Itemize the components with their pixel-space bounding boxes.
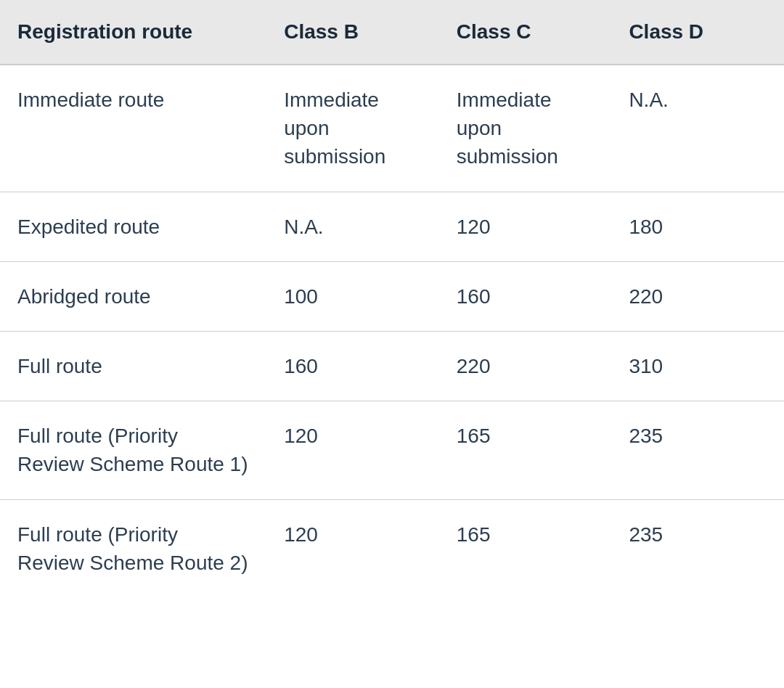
cell-row0-col0: Immediate route <box>0 65 266 192</box>
cell-row4-col2: 165 <box>439 401 612 499</box>
cell-row5-col1: 120 <box>266 499 439 597</box>
cell-row3-col1: 160 <box>266 331 439 401</box>
table-row: Full route160220310 <box>0 331 784 401</box>
cell-row1-col1: N.A. <box>266 192 439 261</box>
cell-row5-col0: Full route (Priority Review Scheme Route… <box>0 499 266 597</box>
cell-row4-col3: 235 <box>611 401 784 499</box>
header-class-c: Class C <box>439 0 612 65</box>
cell-row2-col1: 100 <box>266 261 439 331</box>
cell-row0-col1: Immediate upon submission <box>266 65 439 192</box>
table-header-row: Registration route Class B Class C Class… <box>0 0 784 65</box>
cell-row4-col1: 120 <box>266 401 439 499</box>
table-row: Immediate routeImmediate upon submission… <box>0 65 784 192</box>
header-route: Registration route <box>0 0 266 65</box>
cell-row2-col0: Abridged route <box>0 261 266 331</box>
cell-row0-col2: Immediate upon submission <box>439 65 612 192</box>
cell-row0-col3: N.A. <box>611 65 784 192</box>
table-row: Full route (Priority Review Scheme Route… <box>0 401 784 499</box>
header-class-b: Class B <box>266 0 439 65</box>
cell-row3-col0: Full route <box>0 331 266 401</box>
cell-row1-col0: Expedited route <box>0 192 266 261</box>
cell-row5-col2: 165 <box>439 499 612 597</box>
table-row: Full route (Priority Review Scheme Route… <box>0 499 784 597</box>
table-row: Abridged route100160220 <box>0 261 784 331</box>
header-class-d: Class D <box>611 0 784 65</box>
table-container: Registration route Class B Class C Class… <box>0 0 784 597</box>
cell-row3-col2: 220 <box>439 331 612 401</box>
cell-row1-col3: 180 <box>611 192 784 261</box>
cell-row4-col0: Full route (Priority Review Scheme Route… <box>0 401 266 499</box>
table-row: Expedited routeN.A.120180 <box>0 192 784 261</box>
cell-row2-col3: 220 <box>611 261 784 331</box>
cell-row5-col3: 235 <box>611 499 784 597</box>
registration-table: Registration route Class B Class C Class… <box>0 0 784 597</box>
cell-row2-col2: 160 <box>439 261 612 331</box>
cell-row3-col3: 310 <box>611 331 784 401</box>
cell-row1-col2: 120 <box>439 192 612 261</box>
